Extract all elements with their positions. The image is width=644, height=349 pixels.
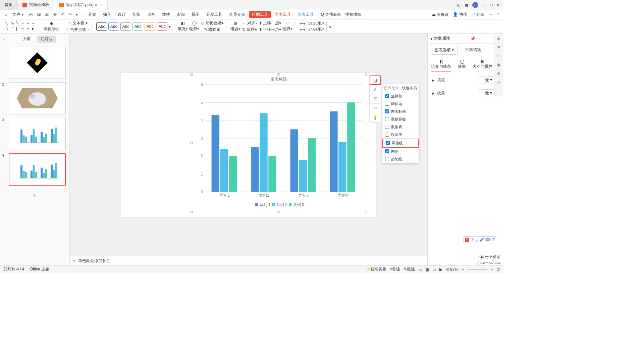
undo-icon[interactable]: ↶ bbox=[60, 12, 66, 18]
resize-handle[interactable] bbox=[365, 142, 367, 144]
cloud-status[interactable]: ☁ 有修改 bbox=[432, 12, 449, 17]
chart-element-option[interactable]: 图表标题 bbox=[382, 108, 419, 115]
notes-area[interactable]: ≡单击此处添加备注 bbox=[70, 256, 427, 265]
chart-element-option[interactable]: 坐标轴 bbox=[382, 92, 419, 100]
print-icon[interactable]: 🖶 bbox=[44, 12, 50, 18]
ime-bar[interactable]: S中•,🎤⌨☰ bbox=[463, 236, 497, 243]
tab-text-options[interactable]: 文本选项 bbox=[464, 46, 482, 55]
expand-icon[interactable]: ⌃ bbox=[496, 12, 500, 17]
menu-icon[interactable]: ≡ bbox=[3, 12, 8, 18]
minimize-button[interactable]: — bbox=[482, 3, 486, 7]
popup-tab-elements[interactable]: 图表元素 bbox=[382, 84, 400, 92]
tab-home[interactable]: 首页 bbox=[0, 0, 18, 10]
slide-thumb-2[interactable]: 2 bbox=[2, 82, 67, 114]
resize-handle[interactable] bbox=[365, 73, 367, 76]
menu-chart[interactable]: 图表工具 bbox=[295, 11, 316, 18]
tab-template[interactable]: 找稻壳模板 bbox=[18, 0, 54, 10]
slide-thumb-3[interactable]: 3 bbox=[2, 118, 67, 150]
popup-tab-layout[interactable]: 快速布局 bbox=[400, 84, 419, 92]
chart-element-option[interactable]: 趋势线 bbox=[382, 155, 419, 163]
zoom-slider[interactable] bbox=[467, 269, 487, 270]
menu-transition[interactable]: 切换 bbox=[130, 11, 143, 18]
apps-icon[interactable]: ▦ bbox=[465, 3, 468, 7]
more-qa-icon[interactable]: ▾ bbox=[74, 12, 79, 18]
chart-element-option[interactable]: 数据表 bbox=[382, 123, 419, 131]
chart-style-button[interactable]: 🖌 bbox=[370, 85, 381, 94]
collapse-panel-icon[interactable]: « bbox=[3, 37, 6, 42]
resize-handle[interactable] bbox=[277, 211, 280, 213]
chart-filter-button[interactable]: ▽ bbox=[370, 94, 381, 104]
chart-settings-button[interactable]: ⚙ bbox=[370, 104, 381, 113]
align-menu[interactable]: ⫠ 对齐▾↻ 旋转▾ bbox=[242, 20, 257, 33]
menu-dev[interactable]: 开发工具 bbox=[204, 11, 225, 18]
tab-file[interactable]: 演示文稿1.pptx× bbox=[54, 0, 108, 10]
height-input[interactable]: ⟷ bbox=[300, 27, 326, 32]
view-reading-icon[interactable]: ▭ bbox=[432, 267, 436, 272]
textbox-button[interactable]: ▭ 文本框 ▾⬡ 合并形状 ▾ bbox=[66, 20, 89, 33]
open-icon[interactable]: 🗁 bbox=[28, 12, 34, 18]
chart-element-option[interactable]: 数据标签 bbox=[382, 115, 419, 123]
sidetool-5[interactable]: ⊕ bbox=[495, 71, 502, 76]
outline-tab[interactable]: 大纲 bbox=[19, 36, 34, 43]
effect-button[interactable]: ☼ 形状效果▾✎ 格式刷 bbox=[201, 20, 223, 33]
zoom-label[interactable]: ⟲ 97% bbox=[446, 267, 458, 272]
chart-ideas-button[interactable]: 💡 bbox=[370, 113, 381, 122]
slide-canvas[interactable]: 图表标题0123456类别1类别2类别3类别4系列 1系列 2系列 3 📊 🖌 … bbox=[121, 73, 376, 217]
menu-review[interactable]: 审阅 bbox=[174, 11, 187, 18]
beautify-button[interactable]: ✨智能美化 bbox=[365, 266, 386, 272]
close-button[interactable]: × bbox=[497, 3, 499, 7]
collab-button[interactable]: 👤 协作 bbox=[453, 12, 467, 17]
preview-icon[interactable]: 👁 bbox=[52, 12, 58, 18]
chart-element-option[interactable]: 图例 bbox=[382, 148, 419, 155]
editshape-button[interactable]: ◆编辑形状 bbox=[44, 21, 59, 32]
comment-button[interactable]: ✎批注 bbox=[404, 266, 415, 272]
style-gallery[interactable]: Abc Abc Abc Abc Abc Abc ▾ bbox=[94, 21, 173, 32]
redo-icon[interactable]: ↷ bbox=[67, 12, 73, 18]
layout-icon[interactable]: ⊞ bbox=[457, 3, 461, 7]
chart-element-option[interactable]: 轴标题 bbox=[382, 100, 419, 108]
group-button[interactable]: ⊞组合▾ bbox=[230, 21, 240, 32]
menu-insert[interactable]: 插入 bbox=[100, 11, 114, 18]
subtab-effect[interactable]: ◯效果 bbox=[458, 59, 466, 71]
pin-icon[interactable]: 📌 bbox=[470, 36, 475, 41]
resize-handle[interactable] bbox=[277, 73, 280, 76]
zoom-out[interactable]: − bbox=[462, 267, 464, 272]
more-icon[interactable]: ⋯ bbox=[488, 12, 492, 17]
size-launcher[interactable]: ↘ bbox=[328, 24, 331, 29]
resize-handle[interactable] bbox=[190, 211, 193, 213]
sidetool-3[interactable]: ▭ bbox=[495, 54, 502, 58]
menu-vip[interactable]: 会员专享 bbox=[226, 11, 248, 18]
sidetool-2[interactable]: ≡ bbox=[495, 45, 502, 50]
share-button[interactable]: ↗ 分享 bbox=[471, 12, 484, 17]
menu-view[interactable]: 视图 bbox=[189, 11, 202, 18]
avatar-icon[interactable] bbox=[472, 2, 478, 8]
add-slide-button[interactable]: + bbox=[2, 189, 67, 202]
menu-text[interactable]: 文本工具 bbox=[272, 11, 293, 18]
zoom-in[interactable]: + bbox=[491, 267, 493, 272]
sidetool-4[interactable]: ◉ bbox=[495, 62, 502, 67]
menu-design[interactable]: 设计 bbox=[115, 11, 128, 18]
slides-tab[interactable]: 幻灯片 bbox=[37, 36, 56, 43]
sidetool-1[interactable]: ◈ bbox=[495, 36, 502, 41]
resize-handle[interactable] bbox=[190, 142, 193, 144]
resize-handle[interactable] bbox=[365, 211, 367, 213]
shapes-gallery[interactable]: ╲↘╲⌐⌐⌐ ∿⌒∫⌐⌐▸ bbox=[3, 21, 39, 32]
outline-button[interactable]: ◯轮廓▾ bbox=[189, 21, 199, 32]
file-menu[interactable]: 文件 ▾ bbox=[10, 11, 26, 18]
layer-menu[interactable]: ⬆ 上移一层▾⬇ 下移一层▾ bbox=[259, 20, 281, 33]
select-button[interactable]: ▭选择▾ bbox=[282, 21, 292, 32]
sidetool-7[interactable]: ⋯ bbox=[495, 89, 502, 93]
resize-handle[interactable] bbox=[190, 73, 193, 76]
width-input[interactable]: ⟷ bbox=[300, 21, 326, 26]
close-icon[interactable]: × bbox=[100, 3, 103, 7]
fit-icon[interactable]: ⊡ bbox=[496, 267, 500, 272]
search-input[interactable]: Q 查找命令、搜索模板 bbox=[318, 11, 364, 18]
tab-chart-options[interactable]: 图表选项 ▾ bbox=[431, 46, 458, 55]
view-sorter-icon[interactable]: ▦ bbox=[425, 267, 429, 272]
menu-start[interactable]: 开始 bbox=[86, 11, 99, 18]
view-slideshow-icon[interactable]: ▶ bbox=[439, 267, 442, 272]
chart-element-option[interactable]: 误差线 bbox=[382, 131, 419, 139]
save-icon[interactable]: 🖫 bbox=[36, 12, 42, 18]
maximize-button[interactable]: □ bbox=[490, 3, 493, 7]
subtab-fillline[interactable]: ◧填充与线条 bbox=[431, 59, 451, 71]
